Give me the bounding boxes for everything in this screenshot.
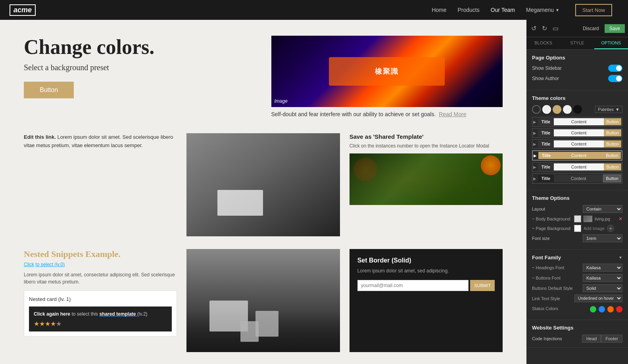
palette-title: Title: [538, 152, 554, 159]
page-options-title: Page Options: [532, 55, 622, 61]
living-room-photo: [186, 133, 340, 236]
palette-button[interactable]: Button: [604, 118, 621, 125]
swatch-dark[interactable]: [532, 105, 541, 114]
palette-button[interactable]: Button: [604, 163, 621, 171]
border-block: Set Border (Solid) Lorem ipsum dolor sit…: [350, 249, 503, 352]
layout-select[interactable]: Contain: [583, 205, 622, 213]
palette-row-1[interactable]: ▶ Title Content Button: [532, 117, 622, 126]
font-family-title: Font Family: [532, 255, 561, 261]
body-bg-row: ~ Body Background living.jpg ✕: [532, 215, 622, 222]
palette-title: Title: [538, 118, 554, 125]
save-template-body: Click on the instances number to open th…: [350, 143, 503, 149]
palette-button[interactable]: Button: [604, 140, 621, 148]
show-author-label: Show Author: [532, 76, 559, 81]
palette-title: Title: [538, 129, 554, 136]
start-now-button[interactable]: Start Now: [575, 4, 612, 16]
nested-card-2[interactable]: Click again here to select this shared t…: [29, 307, 172, 331]
palette-row-5[interactable]: ▶ Title Content Button: [532, 162, 622, 172]
buttons-font-label: ~ Buttons Font: [532, 276, 561, 280]
palette-arrow-icon[interactable]: ▶: [533, 176, 536, 181]
font-family-chevron-icon: ▼: [618, 255, 622, 260]
shared-template-link[interactable]: shared template: [99, 311, 137, 317]
discard-button[interactable]: Discard: [580, 24, 602, 33]
palette-arrow-icon[interactable]: ▶: [533, 142, 536, 146]
nested-snippets-title: Nested Snippets Example.: [24, 249, 177, 259]
swatch-light[interactable]: [542, 105, 551, 114]
tab-style[interactable]: STYLE: [560, 37, 594, 49]
code-inject-footer-button[interactable]: Footer: [601, 335, 622, 343]
save-button[interactable]: Save: [605, 24, 625, 33]
status-red[interactable]: [616, 306, 622, 312]
palette-title: Title: [538, 175, 554, 182]
website-settings-section: Website Settings Code Injections Head Fo…: [526, 320, 628, 348]
code-inject-head-button[interactable]: Head: [582, 335, 601, 343]
link-text-label: Link Text Style: [532, 296, 560, 301]
headings-font-row: ~ Headings Font Kailasa: [532, 264, 622, 272]
palette-button[interactable]: Button: [603, 152, 621, 159]
nav-products[interactable]: Products: [458, 7, 480, 13]
status-green[interactable]: [590, 306, 596, 312]
palette-row-4[interactable]: ▶ Title Content Button: [532, 150, 622, 161]
email-form: SUBMIT: [357, 280, 495, 291]
font-size-select[interactable]: 1rem: [583, 234, 622, 242]
status-blue[interactable]: [599, 306, 605, 312]
buttons-default-style-select[interactable]: Solid: [583, 284, 622, 292]
hero-button[interactable]: Button: [24, 82, 74, 98]
palette-row-2[interactable]: ▶ Title Content Button: [532, 128, 622, 138]
edit-link-text[interactable]: Edit this link.: [24, 134, 56, 140]
headings-font-select[interactable]: Kailasa: [583, 264, 622, 272]
hero-left: Change colors. Select a background prese…: [24, 36, 255, 117]
palette-title: Title: [538, 163, 554, 171]
palette-row-3[interactable]: ▶ Title Content Button: [532, 139, 622, 149]
logo[interactable]: acme: [10, 4, 36, 16]
palette-arrow-icon[interactable]: ▶: [533, 120, 536, 124]
submit-button[interactable]: SUBMIT: [470, 280, 495, 291]
page-bg-add-text: Add Image: [584, 226, 605, 231]
palette-button[interactable]: Button: [604, 129, 621, 136]
tab-options[interactable]: OPTIONS: [594, 37, 628, 49]
swatch-black[interactable]: [573, 105, 582, 114]
nav-our-team[interactable]: Our Team: [491, 7, 515, 13]
hero-heading: Change colors.: [24, 36, 255, 58]
swatch-white[interactable]: [563, 105, 572, 114]
email-input[interactable]: [357, 280, 469, 291]
page-bg-color-swatch[interactable]: [574, 225, 581, 232]
font-family-header[interactable]: Font Family ▼: [532, 255, 622, 261]
palette-arrow-icon[interactable]: ▶: [533, 165, 536, 169]
link-text-select[interactable]: Underlined on hover: [574, 295, 622, 302]
click-hint-link[interactable]: Click: [24, 262, 34, 267]
palette-arrow-icon[interactable]: ▶: [533, 131, 536, 135]
middle-section: Edit this link. Lorem ipsum dolor sit am…: [24, 133, 503, 236]
body-bg-label: ~ Body Background: [532, 216, 572, 221]
read-more-link[interactable]: Read More: [439, 111, 466, 117]
nested-card-1[interactable]: Nested card (lv. 1) Click again here to …: [24, 290, 177, 337]
snippets-row: Nested Snippets Example. Click to select…: [24, 249, 503, 352]
body-bg-color-swatch[interactable]: [574, 215, 581, 222]
show-author-toggle[interactable]: [608, 75, 622, 82]
palette-row-6[interactable]: ▶ Title Content Button: [532, 173, 622, 184]
buttons-font-row: ~ Buttons Font Kailasa: [532, 274, 622, 282]
nav-home[interactable]: Home: [432, 7, 446, 13]
page-options-section: Page Options Show Sidebar Show Author: [526, 50, 628, 90]
redo-button[interactable]: ↻: [540, 24, 549, 33]
show-sidebar-toggle[interactable]: [608, 65, 622, 72]
palettes-button[interactable]: Palettes ▼: [595, 106, 622, 113]
palette-content: Content: [554, 140, 604, 148]
status-orange[interactable]: [607, 306, 614, 312]
font-family-section: Font Family ▼ ~ Headings Font Kailasa ~ …: [526, 250, 628, 320]
palette-button[interactable]: Button: [603, 174, 621, 182]
palette-arrow-icon[interactable]: ▶: [534, 153, 537, 158]
layout-row: Layout Contain: [532, 205, 622, 213]
buttons-font-select[interactable]: Kailasa: [583, 274, 622, 282]
tab-blocks[interactable]: BLOCKS: [526, 37, 560, 49]
nav-megamenu[interactable]: Megamenu▼: [526, 7, 559, 13]
show-sidebar-label: Show Sidebar: [532, 65, 562, 71]
theme-options-section: Theme Options Layout Contain ~ Body Back…: [526, 190, 628, 250]
body-bg-remove-icon[interactable]: ✕: [618, 216, 622, 222]
theme-colors-title: Theme colors: [532, 95, 622, 101]
undo-button[interactable]: ↺: [530, 24, 538, 33]
device-toggle-button[interactable]: ▭: [551, 24, 560, 33]
swatch-gold[interactable]: [553, 105, 561, 114]
page-bg-add-button[interactable]: +: [607, 225, 614, 232]
click-hint: Click to select (lv.0): [24, 261, 177, 268]
